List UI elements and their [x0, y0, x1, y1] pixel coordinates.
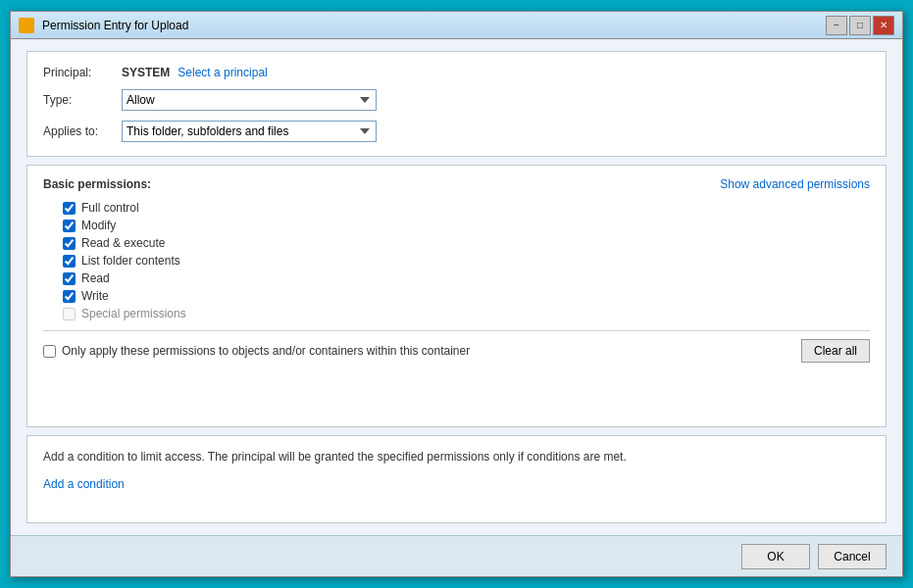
title-bar-left: Permission Entry for Upload [19, 18, 188, 33]
perm-special-label: Special permissions [81, 307, 186, 320]
perm-modify: Modify [63, 219, 870, 232]
only-apply-label: Only apply these permissions to objects … [62, 344, 470, 358]
principal-row: Principal: SYSTEM Select a principal [43, 66, 870, 79]
type-row: Type: Allow Deny [43, 89, 870, 111]
condition-section: Add a condition to limit access. The pri… [26, 435, 887, 523]
perm-read-checkbox[interactable] [63, 272, 76, 285]
top-section: Principal: SYSTEM Select a principal Typ… [26, 51, 887, 157]
show-advanced-link[interactable]: Show advanced permissions [720, 177, 870, 191]
only-apply-left: Only apply these permissions to objects … [43, 344, 470, 358]
perm-list-folder-label: List folder contents [81, 254, 180, 268]
perm-modify-label: Modify [81, 219, 116, 232]
bottom-bar: OK Cancel [11, 535, 902, 576]
restore-button[interactable]: □ [849, 16, 871, 35]
add-condition-link[interactable]: Add a condition [43, 477, 125, 491]
applies-to-label: Applies to: [43, 124, 122, 138]
only-apply-checkbox[interactable] [43, 345, 56, 358]
cancel-button[interactable]: Cancel [818, 544, 887, 569]
perm-write: Write [63, 289, 870, 303]
permission-entry-window: Permission Entry for Upload − □ ✕ Princi… [10, 11, 903, 577]
perm-modify-checkbox[interactable] [63, 220, 76, 232]
perm-list-folder: List folder contents [63, 254, 870, 268]
principal-label: Principal: [43, 66, 122, 79]
select-principal-link[interactable]: Select a principal [178, 66, 267, 79]
only-apply-row: Only apply these permissions to objects … [43, 330, 870, 363]
applies-to-row: Applies to: This folder, subfolders and … [43, 121, 870, 142]
window-title: Permission Entry for Upload [42, 19, 188, 32]
perm-special-checkbox [63, 308, 76, 320]
perm-read-execute-label: Read & execute [81, 236, 165, 250]
clear-all-button[interactable]: Clear all [801, 339, 870, 363]
perm-read-execute-checkbox[interactable] [63, 237, 76, 250]
perm-read: Read [63, 271, 870, 285]
minimize-button[interactable]: − [826, 16, 847, 35]
window-icon [19, 18, 34, 33]
perm-write-checkbox[interactable] [63, 290, 76, 303]
type-select[interactable]: Allow Deny [122, 89, 377, 111]
close-button[interactable]: ✕ [873, 16, 894, 35]
perm-list-folder-checkbox[interactable] [63, 255, 76, 268]
title-bar-buttons: − □ ✕ [826, 16, 894, 35]
perm-read-execute: Read & execute [63, 236, 870, 250]
perm-full-control-checkbox[interactable] [63, 202, 76, 215]
perm-write-label: Write [81, 289, 109, 303]
window-content: Principal: SYSTEM Select a principal Typ… [11, 39, 902, 535]
perm-special: Special permissions [63, 307, 870, 320]
perm-full-control-label: Full control [81, 201, 139, 215]
section-title: Basic permissions: [43, 177, 151, 191]
ok-button[interactable]: OK [741, 544, 810, 569]
principal-value: SYSTEM [122, 66, 170, 79]
type-label: Type: [43, 93, 122, 107]
perm-full-control: Full control [63, 201, 870, 215]
permissions-section: Basic permissions: Show advanced permiss… [26, 165, 887, 427]
condition-description: Add a condition to limit access. The pri… [43, 448, 870, 466]
section-header: Basic permissions: Show advanced permiss… [43, 177, 870, 191]
perm-read-label: Read [81, 271, 110, 285]
applies-to-select[interactable]: This folder, subfolders and files This f… [122, 121, 377, 142]
title-bar: Permission Entry for Upload − □ ✕ [11, 12, 902, 39]
permissions-list: Full control Modify Read & execute List … [63, 201, 870, 320]
